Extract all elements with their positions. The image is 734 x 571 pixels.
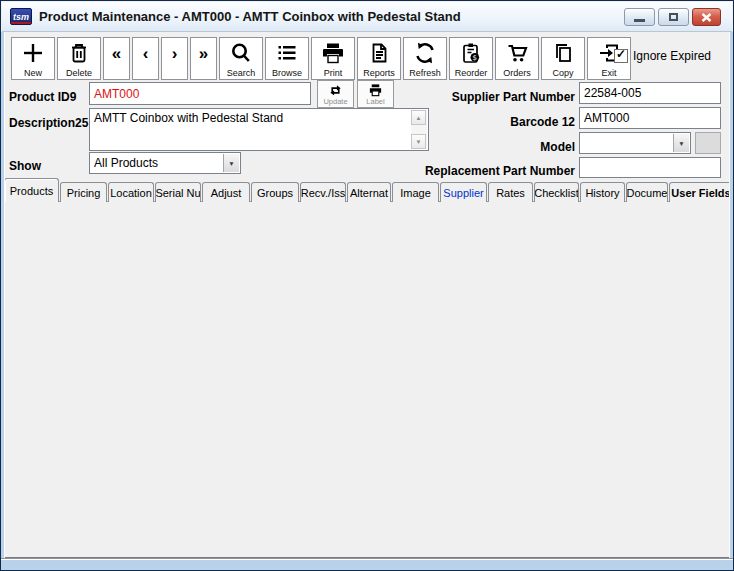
- show-label: Show: [9, 159, 41, 173]
- reorder-button-label: Reorder: [455, 68, 488, 78]
- description-label: Description25: [9, 116, 88, 130]
- model-browse-button[interactable]: [695, 132, 721, 154]
- tab-rates[interactable]: Rates: [488, 182, 533, 202]
- window-border-left: [1, 32, 5, 558]
- ignore-expired-checkbox[interactable]: Ignore Expired: [614, 47, 711, 65]
- tab-user-fields[interactable]: User Fields: [669, 182, 733, 202]
- ignore-expired-label: Ignore Expired: [633, 49, 711, 63]
- model-select[interactable]: ▼: [579, 132, 691, 154]
- supplier-part-number-label: Supplier Part Number: [421, 90, 575, 104]
- minimize-icon: [634, 19, 645, 22]
- refresh-icon: [413, 41, 437, 65]
- product-id-label: Product ID9: [9, 90, 76, 104]
- window-controls: [624, 8, 721, 26]
- search-button[interactable]: Search: [219, 37, 263, 80]
- tsm-logo-text: tsm: [13, 12, 29, 22]
- supplier-part-number-field[interactable]: 22584-005: [579, 82, 721, 104]
- list-icon: [275, 41, 299, 65]
- product-id-field[interactable]: AMT000: [89, 82, 311, 105]
- tab-serial-numbers[interactable]: Serial Nu: [155, 182, 201, 202]
- main-toolbar: New Delete « ‹ › » Search Browse Print R…: [11, 37, 631, 80]
- copy-button-label: Copy: [552, 68, 573, 78]
- replacement-part-number-label: Replacement Part Number: [416, 164, 575, 178]
- tsm-logo-icon: tsm: [10, 8, 32, 25]
- document-icon: [367, 41, 391, 65]
- maximize-icon: [669, 13, 678, 21]
- delete-button[interactable]: Delete: [57, 37, 101, 80]
- reports-button[interactable]: Reports: [357, 37, 401, 80]
- tab-checklist[interactable]: Checklist: [534, 182, 579, 202]
- maximize-button[interactable]: [658, 8, 689, 26]
- tab-strip: Products Pricing Location Serial Nu Adju…: [4, 178, 734, 202]
- trash-icon: [67, 41, 91, 65]
- update-refresh-icon: [328, 83, 343, 98]
- print-button[interactable]: Print: [311, 37, 355, 80]
- orders-button-label: Orders: [503, 68, 531, 78]
- tab-image[interactable]: Image: [392, 182, 439, 202]
- plus-icon: [21, 41, 45, 65]
- clipboard-dollar-icon: $: [459, 41, 483, 65]
- minimize-button[interactable]: [624, 8, 655, 26]
- reports-button-label: Reports: [363, 68, 395, 78]
- first-record-button[interactable]: «: [103, 37, 130, 80]
- show-select[interactable]: All Products ▼: [89, 152, 241, 174]
- tab-adjust[interactable]: Adjust: [202, 182, 250, 202]
- browse-button[interactable]: Browse: [265, 37, 309, 80]
- barcode-field[interactable]: AMT000: [579, 107, 721, 129]
- tab-history[interactable]: History: [580, 182, 625, 202]
- search-button-label: Search: [227, 68, 256, 78]
- tab-location[interactable]: Location: [108, 182, 154, 202]
- close-button[interactable]: [692, 8, 721, 26]
- replacement-part-number-field[interactable]: [579, 157, 721, 178]
- refresh-button-label: Refresh: [409, 68, 441, 78]
- orders-button[interactable]: Orders: [495, 37, 539, 80]
- search-icon: [229, 41, 253, 65]
- shopping-cart-icon: [505, 41, 529, 65]
- refresh-button[interactable]: Refresh: [403, 37, 447, 80]
- tab-alternate[interactable]: Alternat: [347, 182, 391, 202]
- browse-button-label: Browse: [272, 68, 302, 78]
- ignore-expired-checkbox-box: [614, 49, 628, 63]
- new-button[interactable]: New: [11, 37, 55, 80]
- delete-button-label: Delete: [66, 68, 92, 78]
- description-textarea[interactable]: AMTT Coinbox with Pedestal Stand ▲ ▼: [89, 108, 429, 151]
- first-record-icon: «: [112, 47, 121, 61]
- reorder-button[interactable]: $ Reorder: [449, 37, 493, 80]
- products-tab-panel: [3, 201, 732, 558]
- window-border-bottom: [1, 558, 733, 570]
- tab-groups[interactable]: Groups: [251, 182, 299, 202]
- model-label: Model: [421, 140, 575, 154]
- copy-button[interactable]: Copy: [541, 37, 585, 80]
- next-record-button[interactable]: ›: [161, 37, 188, 80]
- printer-icon: [321, 41, 345, 65]
- previous-record-button[interactable]: ‹: [132, 37, 159, 80]
- description-text: AMTT Coinbox with Pedestal Stand: [94, 111, 408, 125]
- exit-button-label: Exit: [601, 68, 616, 78]
- next-record-icon: ›: [172, 47, 178, 61]
- label-button[interactable]: Label: [357, 80, 394, 108]
- window-border-right: [729, 32, 733, 558]
- tab-pricing[interactable]: Pricing: [60, 182, 107, 202]
- title-bar: tsm Product Maintenance - AMT000 - AMTT …: [2, 2, 732, 32]
- last-record-icon: »: [199, 47, 208, 61]
- label-printer-icon: [368, 83, 383, 98]
- tab-products[interactable]: Products: [4, 178, 59, 202]
- product-maintenance-window: tsm Product Maintenance - AMT000 - AMTT …: [0, 0, 734, 571]
- copy-icon: [551, 41, 575, 65]
- tab-recv-iss[interactable]: Recv./Iss: [300, 182, 346, 202]
- show-select-value: All Products: [94, 156, 158, 170]
- chevron-down-icon: ▼: [673, 134, 689, 152]
- print-button-label: Print: [324, 68, 343, 78]
- chevron-down-icon: ▼: [223, 154, 239, 172]
- window-title: Product Maintenance - AMT000 - AMTT Coin…: [39, 9, 461, 24]
- new-button-label: New: [24, 68, 42, 78]
- update-button[interactable]: Update: [317, 80, 354, 108]
- previous-record-icon: ‹: [143, 47, 149, 61]
- barcode-label: Barcode 12: [421, 115, 575, 129]
- last-record-button[interactable]: »: [190, 37, 217, 80]
- tab-documents[interactable]: Docume: [626, 182, 668, 202]
- tab-supplier[interactable]: Supplier: [440, 182, 487, 202]
- close-icon: [701, 13, 712, 22]
- svg-text:$: $: [473, 54, 477, 62]
- update-button-label: Update: [323, 98, 347, 106]
